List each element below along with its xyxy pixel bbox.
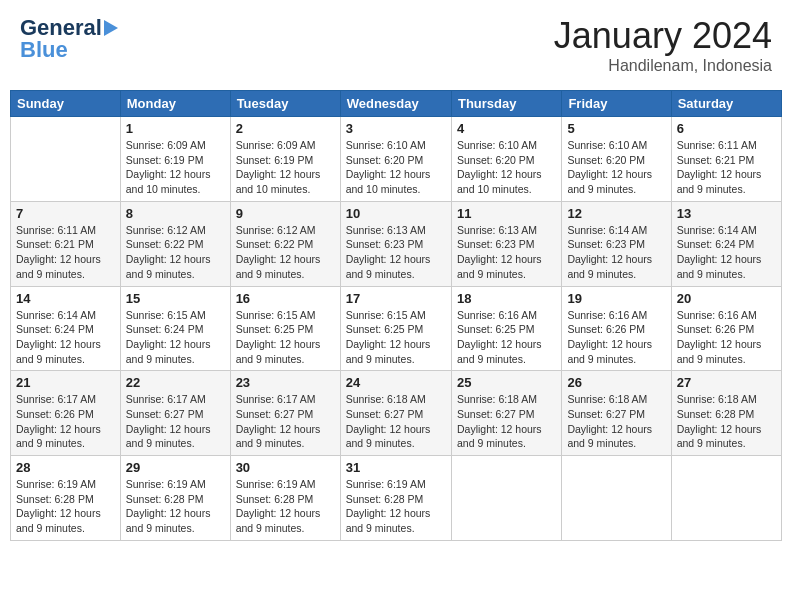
day-info: Sunrise: 6:16 AMSunset: 6:26 PMDaylight:…: [677, 308, 776, 367]
day-number: 9: [236, 206, 335, 221]
calendar-cell: [11, 117, 121, 202]
column-header-sunday: Sunday: [11, 91, 121, 117]
day-number: 1: [126, 121, 225, 136]
day-number: 4: [457, 121, 556, 136]
calendar-cell: 28Sunrise: 6:19 AMSunset: 6:28 PMDayligh…: [11, 456, 121, 541]
day-info: Sunrise: 6:19 AMSunset: 6:28 PMDaylight:…: [126, 477, 225, 536]
day-info: Sunrise: 6:16 AMSunset: 6:26 PMDaylight:…: [567, 308, 665, 367]
column-header-thursday: Thursday: [451, 91, 561, 117]
day-info: Sunrise: 6:15 AMSunset: 6:24 PMDaylight:…: [126, 308, 225, 367]
day-number: 27: [677, 375, 776, 390]
day-info: Sunrise: 6:17 AMSunset: 6:27 PMDaylight:…: [236, 392, 335, 451]
day-info: Sunrise: 6:14 AMSunset: 6:24 PMDaylight:…: [16, 308, 115, 367]
day-info: Sunrise: 6:18 AMSunset: 6:27 PMDaylight:…: [567, 392, 665, 451]
day-number: 28: [16, 460, 115, 475]
day-info: Sunrise: 6:16 AMSunset: 6:25 PMDaylight:…: [457, 308, 556, 367]
calendar-cell: 19Sunrise: 6:16 AMSunset: 6:26 PMDayligh…: [562, 286, 671, 371]
day-info: Sunrise: 6:15 AMSunset: 6:25 PMDaylight:…: [236, 308, 335, 367]
day-info: Sunrise: 6:12 AMSunset: 6:22 PMDaylight:…: [236, 223, 335, 282]
calendar-cell: [562, 456, 671, 541]
calendar-header-row: SundayMondayTuesdayWednesdayThursdayFrid…: [11, 91, 782, 117]
calendar-cell: 9Sunrise: 6:12 AMSunset: 6:22 PMDaylight…: [230, 201, 340, 286]
day-info: Sunrise: 6:12 AMSunset: 6:22 PMDaylight:…: [126, 223, 225, 282]
day-number: 13: [677, 206, 776, 221]
calendar-week-4: 21Sunrise: 6:17 AMSunset: 6:26 PMDayligh…: [11, 371, 782, 456]
location-title: Handilenam, Indonesia: [554, 57, 772, 75]
day-info: Sunrise: 6:17 AMSunset: 6:27 PMDaylight:…: [126, 392, 225, 451]
calendar-cell: 31Sunrise: 6:19 AMSunset: 6:28 PMDayligh…: [340, 456, 451, 541]
day-number: 25: [457, 375, 556, 390]
calendar-cell: 4Sunrise: 6:10 AMSunset: 6:20 PMDaylight…: [451, 117, 561, 202]
month-title: January 2024: [554, 15, 772, 57]
calendar-cell: 26Sunrise: 6:18 AMSunset: 6:27 PMDayligh…: [562, 371, 671, 456]
calendar-cell: 22Sunrise: 6:17 AMSunset: 6:27 PMDayligh…: [120, 371, 230, 456]
day-number: 22: [126, 375, 225, 390]
day-number: 14: [16, 291, 115, 306]
day-number: 17: [346, 291, 446, 306]
calendar-cell: 29Sunrise: 6:19 AMSunset: 6:28 PMDayligh…: [120, 456, 230, 541]
calendar-cell: 3Sunrise: 6:10 AMSunset: 6:20 PMDaylight…: [340, 117, 451, 202]
day-number: 15: [126, 291, 225, 306]
day-number: 18: [457, 291, 556, 306]
calendar-cell: 12Sunrise: 6:14 AMSunset: 6:23 PMDayligh…: [562, 201, 671, 286]
column-header-tuesday: Tuesday: [230, 91, 340, 117]
day-info: Sunrise: 6:18 AMSunset: 6:27 PMDaylight:…: [346, 392, 446, 451]
calendar-cell: 2Sunrise: 6:09 AMSunset: 6:19 PMDaylight…: [230, 117, 340, 202]
day-info: Sunrise: 6:13 AMSunset: 6:23 PMDaylight:…: [457, 223, 556, 282]
calendar-cell: 6Sunrise: 6:11 AMSunset: 6:21 PMDaylight…: [671, 117, 781, 202]
day-info: Sunrise: 6:09 AMSunset: 6:19 PMDaylight:…: [236, 138, 335, 197]
logo-blue: Blue: [20, 37, 68, 63]
day-info: Sunrise: 6:18 AMSunset: 6:27 PMDaylight:…: [457, 392, 556, 451]
day-number: 31: [346, 460, 446, 475]
day-number: 24: [346, 375, 446, 390]
calendar-cell: 13Sunrise: 6:14 AMSunset: 6:24 PMDayligh…: [671, 201, 781, 286]
calendar-table: SundayMondayTuesdayWednesdayThursdayFrid…: [10, 90, 782, 541]
calendar-cell: 11Sunrise: 6:13 AMSunset: 6:23 PMDayligh…: [451, 201, 561, 286]
day-number: 23: [236, 375, 335, 390]
day-number: 16: [236, 291, 335, 306]
calendar-cell: [671, 456, 781, 541]
day-number: 10: [346, 206, 446, 221]
calendar-cell: 17Sunrise: 6:15 AMSunset: 6:25 PMDayligh…: [340, 286, 451, 371]
day-info: Sunrise: 6:10 AMSunset: 6:20 PMDaylight:…: [346, 138, 446, 197]
day-number: 3: [346, 121, 446, 136]
day-info: Sunrise: 6:13 AMSunset: 6:23 PMDaylight:…: [346, 223, 446, 282]
day-info: Sunrise: 6:09 AMSunset: 6:19 PMDaylight:…: [126, 138, 225, 197]
page-header: General Blue January 2024 Handilenam, In…: [10, 10, 782, 80]
day-number: 8: [126, 206, 225, 221]
calendar-cell: 25Sunrise: 6:18 AMSunset: 6:27 PMDayligh…: [451, 371, 561, 456]
day-info: Sunrise: 6:18 AMSunset: 6:28 PMDaylight:…: [677, 392, 776, 451]
calendar-cell: 20Sunrise: 6:16 AMSunset: 6:26 PMDayligh…: [671, 286, 781, 371]
calendar-cell: 27Sunrise: 6:18 AMSunset: 6:28 PMDayligh…: [671, 371, 781, 456]
calendar-cell: 18Sunrise: 6:16 AMSunset: 6:25 PMDayligh…: [451, 286, 561, 371]
calendar-week-2: 7Sunrise: 6:11 AMSunset: 6:21 PMDaylight…: [11, 201, 782, 286]
calendar-cell: 30Sunrise: 6:19 AMSunset: 6:28 PMDayligh…: [230, 456, 340, 541]
column-header-monday: Monday: [120, 91, 230, 117]
calendar-cell: 16Sunrise: 6:15 AMSunset: 6:25 PMDayligh…: [230, 286, 340, 371]
day-number: 30: [236, 460, 335, 475]
day-info: Sunrise: 6:14 AMSunset: 6:24 PMDaylight:…: [677, 223, 776, 282]
day-info: Sunrise: 6:10 AMSunset: 6:20 PMDaylight:…: [567, 138, 665, 197]
day-number: 7: [16, 206, 115, 221]
day-number: 11: [457, 206, 556, 221]
day-info: Sunrise: 6:19 AMSunset: 6:28 PMDaylight:…: [346, 477, 446, 536]
day-info: Sunrise: 6:19 AMSunset: 6:28 PMDaylight:…: [236, 477, 335, 536]
day-number: 29: [126, 460, 225, 475]
column-header-saturday: Saturday: [671, 91, 781, 117]
logo-arrow-icon: [104, 20, 118, 36]
calendar-cell: 14Sunrise: 6:14 AMSunset: 6:24 PMDayligh…: [11, 286, 121, 371]
day-info: Sunrise: 6:10 AMSunset: 6:20 PMDaylight:…: [457, 138, 556, 197]
calendar-cell: [451, 456, 561, 541]
title-block: January 2024 Handilenam, Indonesia: [554, 15, 772, 75]
day-info: Sunrise: 6:19 AMSunset: 6:28 PMDaylight:…: [16, 477, 115, 536]
day-number: 6: [677, 121, 776, 136]
day-number: 19: [567, 291, 665, 306]
day-info: Sunrise: 6:15 AMSunset: 6:25 PMDaylight:…: [346, 308, 446, 367]
column-header-friday: Friday: [562, 91, 671, 117]
day-number: 20: [677, 291, 776, 306]
calendar-week-3: 14Sunrise: 6:14 AMSunset: 6:24 PMDayligh…: [11, 286, 782, 371]
calendar-cell: 23Sunrise: 6:17 AMSunset: 6:27 PMDayligh…: [230, 371, 340, 456]
logo: General Blue: [20, 15, 118, 63]
day-number: 21: [16, 375, 115, 390]
day-info: Sunrise: 6:11 AMSunset: 6:21 PMDaylight:…: [16, 223, 115, 282]
